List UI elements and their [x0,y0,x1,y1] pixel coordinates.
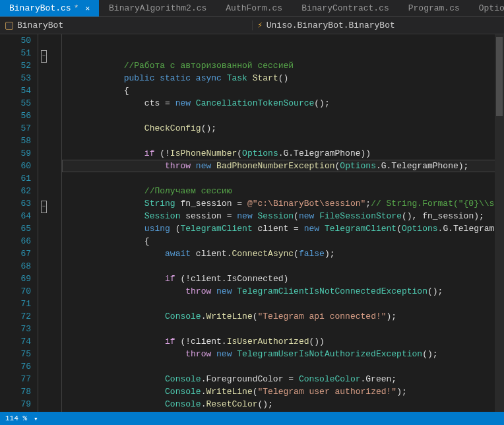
gutter-cell [38,298,61,310]
code-line[interactable]: { [62,235,504,247]
token: FileSessionStore [319,211,402,221]
code-line[interactable] [62,323,504,335]
gutter-cell [38,247,61,260]
token: ( [396,224,402,234]
gutter-cell [38,273,61,285]
code-line[interactable] [62,260,504,273]
code-line[interactable]: throw new TelegramClientIsNotConnectedEx… [62,285,504,298]
line-number: 65 [0,222,31,235]
editor-tab[interactable]: Program.cs [399,0,470,16]
zoom-dropdown-icon[interactable]: ▾ [34,414,38,423]
line-number: 63 [0,197,31,210]
gutter-cell [38,122,61,135]
token [124,211,144,221]
token: TelegramClientIsNotConnectedException [237,286,427,296]
code-line[interactable]: cts = new CancellationTokenSource(); [62,97,504,110]
tab-label: Options.cs [479,3,504,13]
token: (); [257,399,272,409]
fold-gutter: −− [38,34,62,412]
line-number: 71 [0,298,31,310]
gutter-cell [38,147,61,160]
code-area[interactable]: //Работа с авторизованной сессией public… [62,34,504,412]
zoom-level[interactable]: 114 % [5,414,27,422]
code-line[interactable]: Console.ResetColor(); [62,398,504,410]
close-tab-icon[interactable]: ✕ [85,4,90,13]
code-line[interactable]: Console.ForegroundColor = ConsoleColor.G… [62,373,504,385]
token: ; [365,199,371,209]
code-line[interactable]: await client.ConnectAsync(false); [62,247,504,260]
editor-tab[interactable]: BinaryBot.cs*✕ [0,0,100,16]
tab-label: AuthForm.cs [226,3,282,13]
class-icon [5,22,13,30]
line-number: 61 [0,172,31,185]
token: () [278,73,289,83]
code-line[interactable]: Console.WriteLine("Telegram api connecte… [62,310,504,323]
breadcrumb-right[interactable]: ⚡ Uniso.BinaryBot.BinaryBot [252,20,505,30]
token: ResetColor [206,399,257,409]
token: using [144,224,175,234]
token: Options [340,161,376,171]
scrollbar-thumb[interactable] [496,37,503,116]
token: throw [185,286,216,296]
code-line[interactable] [62,110,504,122]
code-line[interactable]: if (!client.IsConnected) [62,273,504,285]
editor-tab[interactable]: Options.cs [470,0,504,16]
token: { [124,236,150,246]
line-number: 60 [0,160,31,172]
code-line[interactable] [62,360,504,373]
line-number: 53 [0,72,31,84]
tab-label: BinaryContract.cs [301,3,389,13]
code-line[interactable]: //Получаем сессию [62,185,504,197]
editor-tab[interactable]: AuthForm.cs [216,0,292,16]
code-line[interactable]: Session session = new Session(new FileSe… [62,210,504,222]
token: .G.TelegramPhone)) [278,148,371,158]
code-line[interactable] [62,410,504,412]
token: (!client.IsConnected) [180,274,288,284]
token [124,224,144,234]
breadcrumb-left[interactable]: BinaryBot [0,20,252,30]
gutter-cell [38,285,61,298]
code-line[interactable]: using (TelegramClient client = new Teleg… [62,222,504,235]
gutter-cell [38,160,61,172]
code-line[interactable]: String fn_session = @"c:\BinaryBot\sessi… [62,197,504,210]
token: ( [237,148,242,158]
gutter-cell [38,385,61,398]
status-bar: 114 % ▾ [0,412,504,425]
gutter-cell [38,59,61,72]
token: ( [253,311,258,321]
code-line[interactable] [62,298,504,310]
token: (), fn_session); [402,211,484,221]
code-line[interactable]: { [62,84,504,97]
token: new [196,161,216,171]
gutter-cell: − [38,197,61,210]
token: session = [185,211,237,221]
code-line[interactable]: throw new TelegramUserIsNotAuthorizedExc… [62,348,504,360]
token [124,186,144,196]
code-line[interactable] [62,172,504,185]
token [124,123,144,133]
code-line[interactable]: throw new BadPhoneNumberException(Option… [62,160,504,172]
line-number: 57 [0,122,31,135]
token [124,337,165,346]
token: await [165,249,196,259]
code-editor[interactable]: 5051525354555657585960616263646566676869… [0,34,504,412]
vertical-scrollbar[interactable] [495,34,504,412]
token [124,148,144,158]
editor-tab[interactable]: BinaryAlgorithm2.cs [100,0,216,16]
code-line[interactable]: public static async Task Start() [62,72,504,84]
code-line[interactable]: //Работа с авторизованной сессией [62,59,504,72]
editor-tab[interactable]: BinaryContract.cs [292,0,399,16]
tab-label: BinaryBot.cs [9,3,71,13]
token: new [216,349,237,359]
code-line[interactable] [62,135,504,147]
code-line[interactable]: CheckConfig(); [62,122,504,135]
token: (!client. [180,337,226,346]
code-line[interactable]: if (!client.IsUserAuthorized()) [62,335,504,348]
token: "Telegram api connected!" [258,311,387,321]
code-line[interactable]: Console.WriteLine("Telegram user authori… [62,385,504,398]
code-line[interactable]: if (!IsPhoneNumber(Options.G.TelegramPho… [62,147,504,160]
line-number-gutter: 5051525354555657585960616263646566676869… [0,34,38,412]
token [124,374,165,384]
line-number: 55 [0,97,31,110]
gutter-cell: − [38,47,61,59]
